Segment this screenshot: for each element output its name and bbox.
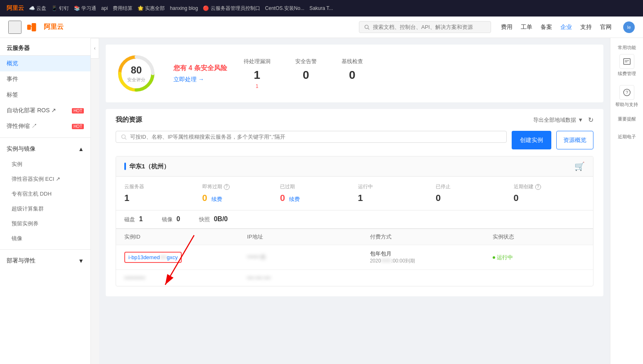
sidebar-item-instances[interactable]: 实例 bbox=[0, 157, 90, 172]
top-nav-item[interactable]: CentOS.安装No... bbox=[265, 5, 304, 12]
create-instance-button[interactable]: 创建实例 bbox=[512, 131, 551, 149]
region-header: 华东1（杭州） 🛒 bbox=[116, 156, 593, 177]
main-header: 阿里云 费用 工单 备案 企业 支持 官网 Ie bbox=[0, 17, 643, 38]
right-panel-title: 常用功能 bbox=[618, 45, 636, 51]
sidebar-section-deploy: 部署与弹性 ▼ bbox=[0, 253, 90, 269]
resources-card: 我的资源 导出全部地域数据 ▼ ↻ 创建实例 bbox=[106, 109, 603, 296]
instance-id-cell-2: •••••••••••• bbox=[124, 275, 247, 281]
top-nav-item[interactable]: 费用结算 bbox=[113, 5, 133, 12]
question-icon-recent[interactable]: ? bbox=[535, 184, 541, 190]
sidebar-item-images[interactable]: 镜像 bbox=[0, 231, 90, 246]
security-score-label: 安全评分 bbox=[127, 77, 145, 82]
instance-id-highlighted[interactable]: i-bp13demed••••gxcy bbox=[124, 252, 182, 263]
renew-link-expiring[interactable]: 续费 bbox=[211, 196, 222, 202]
sidebar-item-ddh[interactable]: 专有宿主机 DDH bbox=[0, 187, 90, 201]
sidebar-item-reserved[interactable]: 预留实例券 bbox=[0, 216, 90, 231]
resource-search-bar[interactable] bbox=[116, 131, 507, 143]
svg-line-3 bbox=[368, 28, 369, 29]
top-nav-item[interactable]: Sakura T... bbox=[309, 5, 333, 11]
logo[interactable]: 阿里云 bbox=[26, 21, 64, 33]
extra-image: 镜像 0 bbox=[162, 215, 183, 223]
risk-handle-link[interactable]: 立即处理 → bbox=[173, 76, 227, 83]
nav-enterprise[interactable]: 企业 bbox=[560, 24, 572, 31]
hot-badge-elastic: HOT bbox=[72, 124, 84, 129]
top-nav-item[interactable]: api bbox=[101, 5, 108, 11]
help-icon[interactable]: ? bbox=[619, 85, 634, 100]
right-panel-common: 常用功能 续费管理 bbox=[618, 45, 636, 77]
header-nav: 费用 工单 备案 企业 支持 官网 Ie bbox=[501, 21, 635, 33]
user-avatar[interactable]: Ie bbox=[623, 21, 635, 33]
nav-tickets[interactable]: 工单 bbox=[521, 24, 532, 31]
security-card: 80 安全评分 您有 4 条安全风险 立即处理 → 待处理漏洞 bbox=[106, 45, 603, 102]
region-name: 华东1（杭州） bbox=[124, 163, 170, 170]
sidebar-item-supercompute[interactable]: 超级计算集群 bbox=[0, 201, 90, 216]
sidebar-section-deploy-header[interactable]: 部署与弹性 ▼ bbox=[0, 253, 90, 269]
sidebar-item-eci[interactable]: 弹性容器实例 ECI ↗ bbox=[0, 172, 90, 187]
ip-cell: ••••••• 图 bbox=[247, 254, 370, 261]
renew-link-expired[interactable]: 续费 bbox=[289, 196, 300, 202]
top-nav-item[interactable]: 🌟 实惠全部 bbox=[138, 5, 165, 12]
region-stat-servers: 云服务器 1 bbox=[124, 183, 196, 203]
svg-text:?: ? bbox=[626, 90, 628, 95]
resource-overview-button[interactable]: 资源概览 bbox=[556, 131, 593, 149]
question-icon[interactable]: ? bbox=[224, 184, 230, 190]
resources-header: 我的资源 导出全部地域数据 ▼ ↻ bbox=[116, 116, 593, 124]
important-title: 重要提醒 bbox=[618, 116, 636, 122]
sidebar-item-elastic[interactable]: 弹性伸缩 ↗ HOT bbox=[0, 118, 90, 134]
renew-manage-icon[interactable] bbox=[619, 54, 634, 69]
top-nav-bar: 阿里云 ☁️ 云盘 📱 钉钉 📚 学习通 api 费用结算 🌟 实惠全部 han… bbox=[0, 0, 643, 17]
region-stat-running: 运行中 1 bbox=[358, 183, 429, 203]
region-indicator bbox=[124, 163, 126, 170]
sidebar: 云服务器 概览 事件 标签 自动化部署 ROS ↗ HOT 弹性伸缩 ↗ HOT… bbox=[0, 38, 91, 364]
nav-official[interactable]: 官网 bbox=[600, 24, 612, 31]
sidebar-section-instance-header[interactable]: 实例与镜像 ▲ bbox=[0, 141, 90, 157]
top-nav-item[interactable]: 🔴 云服务器管理员控制口 bbox=[203, 5, 260, 12]
sidebar-item-events[interactable]: 事件 bbox=[0, 71, 90, 87]
region-extra-row: 磁盘 1 镜像 0 快照 0B/0 bbox=[116, 210, 593, 229]
security-score: 80 bbox=[127, 64, 145, 76]
refresh-button[interactable]: ↻ bbox=[588, 116, 593, 124]
top-nav-item[interactable]: ☁️ 云盘 bbox=[29, 5, 46, 12]
sidebar-item-ros[interactable]: 自动化部署 ROS ↗ HOT bbox=[0, 103, 90, 118]
search-row: 创建实例 资源概览 bbox=[116, 131, 593, 149]
nav-filing[interactable]: 备案 bbox=[541, 24, 552, 31]
sidebar-title: 云服务器 bbox=[0, 38, 90, 55]
svg-line-6 bbox=[125, 138, 127, 139]
sidebar-item-overview[interactable]: 概览 bbox=[0, 56, 90, 71]
top-nav-logo[interactable]: 阿里云 bbox=[7, 5, 24, 12]
right-panel-help: ? 帮助与支持 bbox=[615, 85, 638, 108]
sidebar-collapse-button[interactable]: ‹ bbox=[91, 38, 99, 59]
right-panel-recent: 近期电子 bbox=[618, 134, 636, 143]
security-risk-info: 您有 4 条安全风险 立即处理 → bbox=[173, 64, 227, 83]
svg-rect-1 bbox=[32, 23, 36, 31]
nav-fees[interactable]: 费用 bbox=[501, 24, 513, 31]
table-row[interactable]: •••••••••••• •••• •••• •••• bbox=[116, 269, 593, 286]
top-nav-item[interactable]: 📚 学习通 bbox=[74, 5, 96, 12]
instance-table: 实例ID IP地址 付费方式 实例状态 i-bp13demed••••gxcy bbox=[116, 229, 593, 286]
help-label: 帮助与支持 bbox=[615, 102, 638, 108]
region-stats-row: 云服务器 1 即将过期 ? 0 续费 已过期 0 bbox=[116, 177, 593, 210]
instance-id-cell[interactable]: i-bp13demed••••gxcy bbox=[124, 252, 247, 263]
main-layout: 云服务器 概览 事件 标签 自动化部署 ROS ↗ HOT 弹性伸缩 ↗ HOT… bbox=[0, 38, 643, 364]
renew-label: 续费管理 bbox=[618, 71, 636, 77]
export-button[interactable]: 导出全部地域数据 ▼ bbox=[533, 116, 583, 124]
top-nav-item[interactable]: 📱 钉钉 bbox=[51, 5, 69, 12]
hot-badge: HOT bbox=[72, 108, 84, 113]
sidebar-item-tags[interactable]: 标签 bbox=[0, 87, 90, 103]
resource-search-icon bbox=[121, 134, 127, 140]
pay-cell: 包年包月 2020••••••:00:00到期 bbox=[370, 250, 493, 265]
stat-alerts: 安全告警 0 bbox=[295, 58, 317, 89]
nav-support[interactable]: 支持 bbox=[580, 24, 592, 31]
region-stat-stopped: 已停止 0 bbox=[436, 183, 507, 203]
search-input[interactable] bbox=[373, 24, 486, 30]
table-row[interactable]: i-bp13demed••••gxcy ••••••• 图 包年包月 2020•… bbox=[116, 245, 593, 269]
hamburger-button[interactable] bbox=[8, 21, 21, 34]
col-pay: 付费方式 bbox=[370, 233, 493, 241]
right-panel: 常用功能 续费管理 ? 帮助与支持 重要提醒 近期电子 bbox=[610, 38, 643, 364]
cart-icon[interactable]: 🛒 bbox=[574, 161, 585, 171]
resource-search-input[interactable] bbox=[130, 134, 501, 140]
region-block: 华东1（杭州） 🛒 云服务器 1 即将过期 ? 0 续费 bbox=[116, 156, 593, 286]
global-search[interactable] bbox=[359, 21, 491, 33]
svg-point-5 bbox=[122, 135, 126, 138]
top-nav-item[interactable]: hanxing blog bbox=[170, 5, 198, 11]
